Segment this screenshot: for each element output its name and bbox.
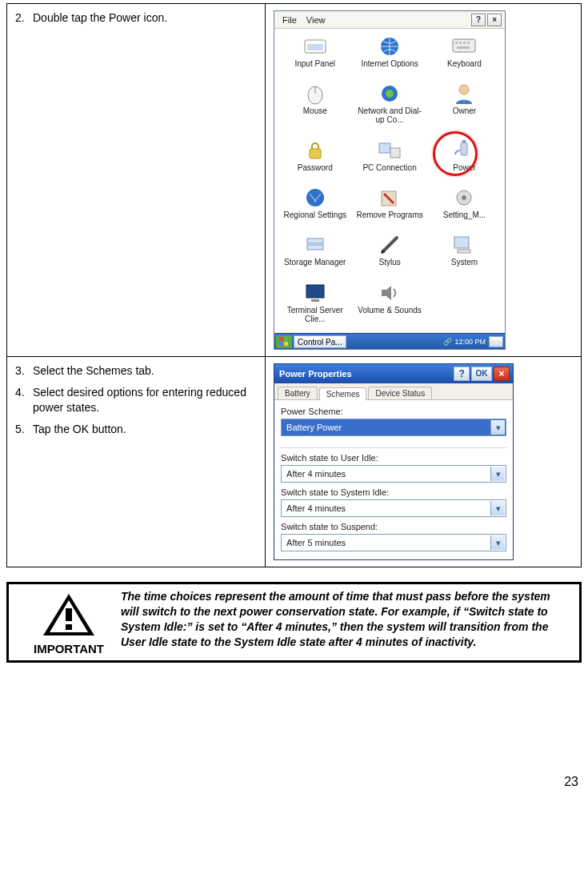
svg-rect-15 <box>379 143 390 153</box>
svg-rect-16 <box>390 148 400 158</box>
taskbar-task[interactable]: Control Pa... <box>294 335 346 348</box>
cp-item-volume[interactable]: Volume & Sounds <box>352 282 426 330</box>
cp-item-label: Terminal Server Clie... <box>279 306 350 323</box>
divider <box>281 447 506 448</box>
storage-icon <box>302 234 328 256</box>
cp-item-stylus[interactable]: Stylus <box>352 234 426 273</box>
lock-icon <box>302 139 328 162</box>
pp-close-button[interactable]: × <box>494 367 510 381</box>
svg-rect-4 <box>455 42 458 44</box>
system-idle-select[interactable]: After 4 minutes ▾ <box>281 499 506 517</box>
svg-rect-1 <box>307 44 323 50</box>
scheme-select[interactable]: Battery Power ▾ <box>281 419 506 436</box>
taskbar: Control Pa... 🔗 12:00 PM <box>274 333 505 349</box>
cp-item-system[interactable]: System <box>427 234 502 273</box>
volume-icon <box>377 282 402 304</box>
system-icon <box>451 234 477 256</box>
svg-rect-7 <box>467 42 470 44</box>
svg-rect-40 <box>66 624 72 630</box>
terminal-icon <box>302 282 328 304</box>
cp-item-pc-connection[interactable]: PC Connection <box>352 139 426 178</box>
cp-item-label: Input Panel <box>294 59 335 68</box>
cp-item-label: Mouse <box>303 106 327 115</box>
important-box: IMPORTANT The time choices represent the… <box>6 582 582 663</box>
cp-item-label: Stylus <box>378 258 400 267</box>
tray-network-icon[interactable]: 🔗 <box>442 338 454 346</box>
svg-rect-35 <box>279 342 283 346</box>
pp-tabs: Battery Schemes Device Status <box>274 383 513 400</box>
step-2-text: Double tap the Power icon. <box>33 10 167 26</box>
tab-battery[interactable]: Battery <box>278 387 318 399</box>
page-number: 23 <box>6 775 582 789</box>
steps-3-5-screenshot-cell: Power Properties ? OK × Battery Schemes … <box>266 357 582 567</box>
menu-file[interactable]: File <box>278 14 302 26</box>
svg-rect-20 <box>382 191 396 206</box>
cp-item-terminal[interactable]: Terminal Server Clie... <box>278 282 352 330</box>
svg-rect-34 <box>284 337 288 341</box>
globe-icon <box>377 35 402 58</box>
step-2: 2. Double tap the Power icon. <box>15 10 257 26</box>
cp-item-label: Setting_M... <box>443 210 486 219</box>
svg-rect-36 <box>284 342 288 346</box>
power-properties-window: Power Properties ? OK × Battery Schemes … <box>274 363 514 560</box>
svg-line-21 <box>384 194 394 203</box>
svg-point-27 <box>382 250 385 253</box>
svg-rect-29 <box>458 250 470 253</box>
scheme-label: Power Scheme: <box>281 407 506 416</box>
cp-item-internet-options[interactable]: Internet Options <box>352 35 426 74</box>
svg-point-12 <box>386 90 394 98</box>
cp-item-label: Password <box>298 163 333 172</box>
control-panel-icons: Input Panel Internet Options Keyboard <box>274 29 505 333</box>
help-button[interactable]: ? <box>471 14 486 26</box>
cp-item-label: PC Connection <box>362 163 416 172</box>
svg-rect-31 <box>311 299 319 302</box>
pp-body: Power Scheme: Battery Power ▾ Switch sta… <box>274 400 513 559</box>
cp-item-input-panel[interactable]: Input Panel <box>278 35 352 74</box>
cp-item-owner[interactable]: Owner <box>427 82 502 130</box>
pp-titlebar: Power Properties ? OK × <box>274 364 513 383</box>
step-3-number: 3. <box>15 363 33 379</box>
step-4: 4. Select desired options for entering r… <box>15 385 257 415</box>
mouse-icon <box>302 82 328 105</box>
user-idle-select[interactable]: After 4 minutes ▾ <box>281 465 506 483</box>
start-button[interactable] <box>276 335 292 348</box>
svg-line-26 <box>382 238 397 252</box>
suspend-value: After 5 minutes <box>286 538 346 547</box>
cp-item-network[interactable]: Network and Dial-up Co... <box>352 82 426 130</box>
svg-rect-6 <box>463 42 466 44</box>
cp-item-setting-m[interactable]: Setting_M... <box>427 186 502 226</box>
owner-icon <box>451 82 477 105</box>
step-2-cell: 2. Double tap the Power icon. <box>7 4 266 357</box>
cp-item-storage[interactable]: Storage Manager <box>278 234 352 273</box>
suspend-select[interactable]: After 5 minutes ▾ <box>281 534 506 551</box>
pc-connection-icon <box>377 139 402 162</box>
cp-item-mouse[interactable]: Mouse <box>278 82 352 130</box>
cp-item-label: Storage Manager <box>284 258 346 267</box>
menu-view[interactable]: View <box>302 14 330 26</box>
stylus-icon <box>377 234 402 256</box>
svg-rect-14 <box>310 149 321 158</box>
svg-point-19 <box>306 189 324 206</box>
tab-device-status[interactable]: Device Status <box>368 387 432 399</box>
svg-point-22 <box>457 190 471 205</box>
cp-item-password[interactable]: Password <box>278 139 352 178</box>
svg-rect-39 <box>66 608 72 621</box>
pp-ok-button[interactable]: OK <box>471 367 492 381</box>
tray-keyboard-icon[interactable] <box>489 336 503 347</box>
cp-item-regional[interactable]: Regional Settings <box>278 186 352 226</box>
user-idle-label: Switch state to User Idle: <box>281 453 506 463</box>
close-button[interactable]: × <box>487 14 502 26</box>
svg-rect-3 <box>453 39 475 52</box>
menubar: File View ? × <box>274 11 505 29</box>
svg-rect-8 <box>457 46 470 49</box>
tab-schemes[interactable]: Schemes <box>319 387 367 400</box>
cp-item-remove-programs[interactable]: Remove Programs <box>352 186 426 226</box>
step-2-number: 2. <box>15 10 33 26</box>
chevron-down-icon: ▾ <box>490 535 505 550</box>
svg-point-23 <box>462 195 466 200</box>
svg-rect-33 <box>279 337 283 341</box>
svg-point-13 <box>459 85 469 94</box>
input-panel-icon <box>302 35 328 58</box>
pp-help-button[interactable]: ? <box>454 367 470 381</box>
cp-item-keyboard[interactable]: Keyboard <box>427 35 502 74</box>
